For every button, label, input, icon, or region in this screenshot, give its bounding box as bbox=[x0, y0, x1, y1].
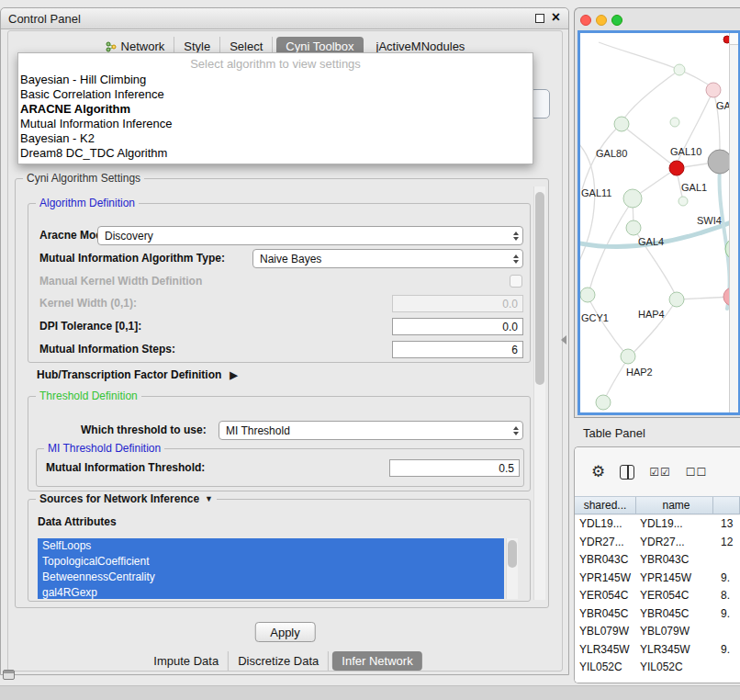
network-node-selected[interactable] bbox=[669, 161, 684, 175]
aracne-mode-select[interactable]: Discovery bbox=[97, 226, 523, 245]
table-row[interactable]: YBL079W YBL079W bbox=[575, 623, 740, 641]
column-header[interactable]: name bbox=[636, 497, 713, 514]
algorithm-definition-group: Algorithm Definition Aracne Mode: Discov… bbox=[28, 203, 531, 363]
table-body: YDL19... YDL19... 13 YDR27... YDR27... 1… bbox=[575, 515, 740, 683]
table-cell: YLR345W bbox=[575, 641, 636, 660]
algorithm-option[interactable]: Dream8 DC_TDC Algorithm bbox=[18, 146, 533, 161]
algorithm-option[interactable]: Mutual Information Inference bbox=[18, 117, 533, 131]
apply-button[interactable]: Apply bbox=[254, 622, 316, 642]
network-node[interactable] bbox=[614, 117, 629, 131]
network-node[interactable] bbox=[623, 189, 642, 208]
table-row[interactable]: YBR045C YBR045C 9. bbox=[575, 605, 740, 624]
column-header[interactable]: shared... bbox=[575, 497, 636, 514]
close-icon[interactable]: × bbox=[552, 9, 560, 26]
hub-definition-toggle[interactable]: Hub/Transcription Factor Definition ▶ bbox=[37, 368, 238, 381]
kernel-width-label: Kernel Width (0,1): bbox=[39, 295, 137, 312]
table-cell: YDL19... bbox=[575, 515, 636, 534]
tab-impute-data[interactable]: Impute Data bbox=[144, 651, 229, 671]
columns-icon[interactable] bbox=[620, 465, 634, 480]
sources-title-row[interactable]: Sources for Network Inference ▼ bbox=[36, 492, 217, 505]
network-node-label: SWI4 bbox=[697, 215, 722, 226]
table-cell: 9. bbox=[713, 605, 740, 624]
table-row[interactable]: YPR145W YPR145W 9. bbox=[575, 570, 740, 588]
splitter-collapse-handle[interactable] bbox=[561, 335, 566, 344]
minimize-traffic-light[interactable] bbox=[596, 15, 607, 26]
column-header[interactable] bbox=[713, 497, 740, 514]
attributes-scrollbar-thumb[interactable] bbox=[508, 540, 517, 568]
close-traffic-light[interactable] bbox=[580, 15, 591, 26]
attributes-list[interactable]: SelfLoops TopologicalCoefficient Between… bbox=[38, 538, 504, 599]
minimized-window-icon[interactable] bbox=[3, 670, 15, 680]
desktop: Control Panel × Network Sty bbox=[0, 0, 740, 700]
deselect-all-icon[interactable]: ☐☐ bbox=[686, 466, 708, 479]
mi-threshold-definition-title: MI Threshold Definition bbox=[44, 442, 164, 455]
table-panel-title: Table Panel bbox=[583, 426, 645, 440]
scroll-up-button[interactable] bbox=[730, 33, 738, 45]
algorithm-option[interactable]: Basic Correlation Inference bbox=[18, 87, 533, 102]
table-cell: YER054C bbox=[636, 587, 713, 605]
which-threshold-select[interactable]: MI Threshold bbox=[219, 421, 523, 440]
kernel-width-input[interactable] bbox=[392, 295, 523, 312]
table-cell: 8. bbox=[713, 587, 740, 605]
table-cell: YDR27... bbox=[636, 534, 713, 552]
network-node[interactable] bbox=[674, 64, 685, 75]
attribute-item[interactable]: TopologicalCoefficient bbox=[38, 554, 504, 570]
network-node-label: GAL4 bbox=[638, 236, 664, 247]
table-row[interactable]: YBR043C YBR043C bbox=[575, 551, 740, 570]
table-header: shared... name bbox=[575, 496, 740, 514]
sources-group: Sources for Network Inference ▼ Data Att… bbox=[28, 499, 531, 602]
mi-steps-input[interactable] bbox=[392, 341, 523, 358]
control-panel-titlebar[interactable]: Control Panel × bbox=[1, 8, 568, 29]
gear-icon[interactable]: ⚙ bbox=[591, 464, 605, 480]
table-cell: YIL052C bbox=[575, 659, 636, 677]
network-vertical-scrollbar[interactable] bbox=[729, 33, 738, 412]
algorithm-option[interactable]: Bayesian - Hill Climbing bbox=[18, 73, 533, 87]
network-node[interactable] bbox=[706, 83, 721, 97]
table-row[interactable]: YLR345W YLR345W 9. bbox=[575, 641, 740, 660]
algorithm-option-selected[interactable]: ARACNE Algorithm bbox=[18, 102, 533, 117]
table-cell: YBR043C bbox=[575, 551, 636, 570]
network-node[interactable] bbox=[596, 395, 611, 410]
mi-type-label: Mutual Information Algorithm Type: bbox=[39, 249, 225, 268]
float-window-icon[interactable] bbox=[535, 14, 544, 23]
attributes-scrollbar[interactable] bbox=[506, 538, 518, 599]
manual-kernel-width-checkbox[interactable] bbox=[510, 275, 522, 288]
mi-threshold-input[interactable] bbox=[389, 459, 520, 477]
mi-type-select[interactable]: Naive Bayes bbox=[252, 249, 523, 268]
threshold-definition-title: Threshold Definition bbox=[36, 390, 141, 402]
mi-threshold-definition-group: MI Threshold Definition Mutual Informati… bbox=[36, 448, 524, 487]
network-node-label: GAL10 bbox=[670, 146, 701, 157]
attribute-item[interactable]: BetweennessCentrality bbox=[38, 570, 504, 585]
mi-steps-label: Mutual Information Steps: bbox=[39, 341, 175, 358]
tab-label: Select bbox=[230, 40, 263, 53]
table-row[interactable]: YER054C YER054C 8. bbox=[575, 587, 740, 605]
network-node-label: GCY1 bbox=[581, 312, 609, 323]
attribute-item[interactable]: SelfLoops bbox=[38, 538, 504, 554]
network-node[interactable] bbox=[669, 292, 684, 307]
network-node[interactable] bbox=[626, 220, 641, 235]
bottom-bar bbox=[0, 685, 740, 700]
dpi-tolerance-input[interactable] bbox=[392, 318, 523, 335]
algorithm-option[interactable]: Bayesian - K2 bbox=[18, 131, 533, 146]
table-cell bbox=[713, 551, 740, 570]
tab-infer-network[interactable]: Infer Network bbox=[332, 651, 421, 671]
network-node[interactable] bbox=[678, 197, 688, 206]
network-node[interactable] bbox=[580, 288, 595, 302]
network-node[interactable] bbox=[621, 349, 635, 364]
table-row[interactable]: YDL19... YDL19... 13 bbox=[575, 515, 740, 534]
zoom-traffic-light[interactable] bbox=[611, 15, 622, 26]
table-row[interactable]: YIL052C YIL052C bbox=[575, 659, 740, 677]
tab-label: Style bbox=[184, 40, 210, 53]
select-all-icon[interactable]: ☑☑ bbox=[649, 466, 671, 479]
tab-discretize-data[interactable]: Discretize Data bbox=[229, 651, 329, 671]
table-row[interactable]: YDR27... YDR27... 12 bbox=[575, 534, 740, 552]
network-node-label: GAL80 bbox=[596, 148, 627, 159]
network-node[interactable] bbox=[670, 118, 679, 127]
table-cell: 12 bbox=[713, 534, 740, 552]
settings-scrollbar-thumb[interactable] bbox=[535, 192, 544, 385]
tab-label: Cyni Toolbox bbox=[286, 40, 353, 53]
network-canvas[interactable]: GAL80 GAL10 GAL1 GAL11 SWI4 GAL4 GCY1 HA… bbox=[577, 30, 740, 415]
table-cell: YBR043C bbox=[636, 551, 713, 570]
attribute-item[interactable]: gal4RGexp bbox=[38, 585, 504, 599]
settings-scrollbar[interactable] bbox=[533, 186, 545, 600]
